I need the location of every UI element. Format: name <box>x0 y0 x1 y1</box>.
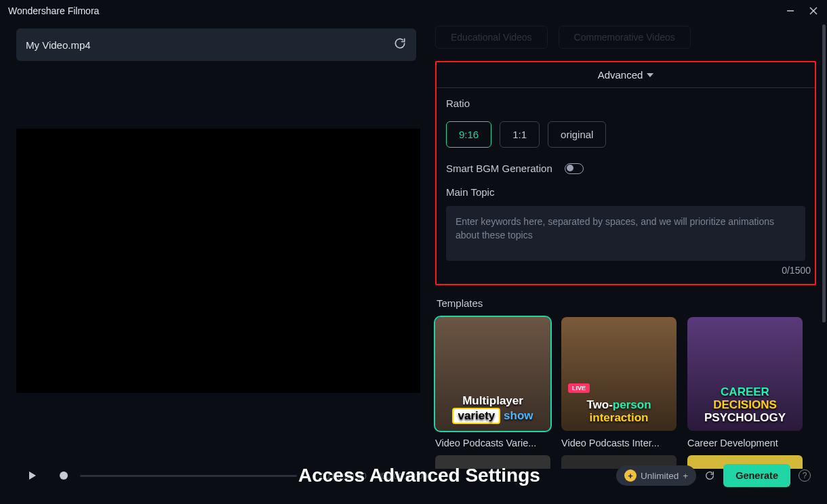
main-topic-label: Main Topic <box>446 186 815 198</box>
main-topic-placeholder: Enter keywords here, separated by spaces… <box>456 215 796 242</box>
main-topic-input[interactable]: Enter keywords here, separated by spaces… <box>446 206 805 261</box>
generate-button[interactable]: Generate <box>723 464 790 487</box>
chevron-down-icon <box>647 73 653 77</box>
close-button[interactable] <box>808 5 819 16</box>
minimize-button[interactable] <box>785 5 796 16</box>
template-overlay-text: PSYCHOLOGY <box>704 411 786 424</box>
help-button[interactable]: ? <box>799 469 811 482</box>
ratio-label: Ratio <box>446 98 815 109</box>
template-overlay-text: variety <box>452 408 500 425</box>
advanced-settings-panel: Advanced Ratio 9:16 1:1 original Smart B… <box>435 61 816 285</box>
file-row[interactable]: My Video.mp4 <box>16 28 416 61</box>
play-button[interactable] <box>27 470 38 481</box>
seek-handle[interactable] <box>60 471 68 480</box>
bgm-label: Smart BGM Generation <box>446 163 552 174</box>
advanced-toggle[interactable]: Advanced <box>437 62 815 87</box>
divider <box>437 87 815 88</box>
plus-icon: + <box>624 469 637 482</box>
ratio-option-original[interactable]: original <box>548 121 606 148</box>
category-chip[interactable]: Commemorative Videos <box>559 26 691 49</box>
templates-label: Templates <box>437 297 816 309</box>
template-title: Career Development <box>687 438 803 448</box>
template-thumbnail[interactable]: Multiplayer variety show <box>435 317 550 431</box>
template-overlay-text: Multiplayer <box>462 394 523 407</box>
category-chip[interactable]: Educational Videos <box>435 26 548 49</box>
file-name: My Video.mp4 <box>26 39 91 51</box>
ratio-option-1-1[interactable]: 1:1 <box>500 121 540 148</box>
template-overlay-text: interaction <box>590 411 649 424</box>
plus-small-icon: + <box>683 471 688 481</box>
window-title: Wondershare Filmora <box>8 5 99 16</box>
svg-marker-3 <box>29 471 36 480</box>
template-overlay-text: show <box>504 409 533 422</box>
credits-pill[interactable]: + Unlimited + <box>616 465 696 486</box>
bgm-toggle[interactable] <box>565 163 584 174</box>
seek-track[interactable] <box>80 475 297 477</box>
video-preview[interactable] <box>16 129 420 393</box>
template-overlay-text: CAREER <box>721 385 769 398</box>
advanced-label: Advanced <box>598 69 643 81</box>
overlay-caption: Access Advanced Settings <box>298 465 540 486</box>
refresh-icon[interactable] <box>393 37 407 53</box>
credits-label: Unlimited <box>641 471 679 481</box>
template-overlay-text: person <box>613 398 651 411</box>
template-title: Video Podcasts Varie... <box>435 438 550 448</box>
scrollbar-thumb[interactable] <box>822 24 826 322</box>
ratio-option-9-16[interactable]: 9:16 <box>446 121 491 148</box>
template-thumbnail[interactable]: CAREER DECISIONS PSYCHOLOGY <box>687 317 803 431</box>
template-overlay-text: DECISIONS <box>713 398 777 411</box>
template-title: Video Podcasts Inter... <box>561 438 677 448</box>
refresh-icon[interactable] <box>704 470 715 481</box>
template-overlay-text: Two- <box>586 398 612 411</box>
template-thumbnail[interactable]: LIVE Two-person interaction <box>561 317 677 431</box>
char-counter: 0/1500 <box>437 265 811 276</box>
live-badge: LIVE <box>568 383 590 393</box>
